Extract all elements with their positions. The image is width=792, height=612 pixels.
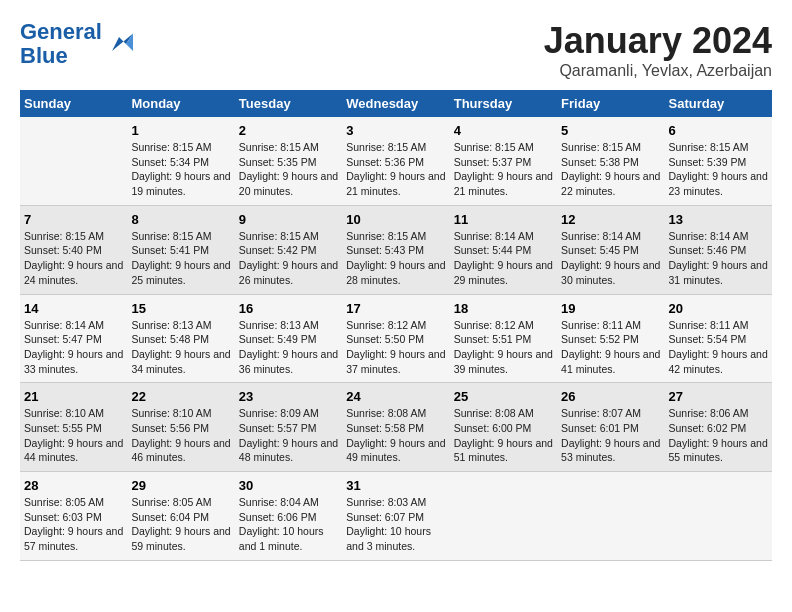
day-info: Sunrise: 8:15 AMSunset: 5:41 PMDaylight:… bbox=[131, 229, 230, 288]
day-info: Sunrise: 8:10 AMSunset: 5:55 PMDaylight:… bbox=[24, 406, 123, 465]
day-info: Sunrise: 8:07 AMSunset: 6:01 PMDaylight:… bbox=[561, 406, 660, 465]
logo-line1: General bbox=[20, 19, 102, 44]
day-number: 16 bbox=[239, 301, 338, 316]
day-info: Sunrise: 8:15 AMSunset: 5:36 PMDaylight:… bbox=[346, 140, 445, 199]
day-info: Sunrise: 8:05 AMSunset: 6:04 PMDaylight:… bbox=[131, 495, 230, 554]
day-info: Sunrise: 8:11 AMSunset: 5:54 PMDaylight:… bbox=[669, 318, 768, 377]
calendar-cell: 7Sunrise: 8:15 AMSunset: 5:40 PMDaylight… bbox=[20, 205, 127, 294]
day-number: 25 bbox=[454, 389, 553, 404]
day-number: 8 bbox=[131, 212, 230, 227]
calendar-cell: 17Sunrise: 8:12 AMSunset: 5:50 PMDayligh… bbox=[342, 294, 449, 383]
calendar-cell: 28Sunrise: 8:05 AMSunset: 6:03 PMDayligh… bbox=[20, 472, 127, 561]
calendar-cell: 10Sunrise: 8:15 AMSunset: 5:43 PMDayligh… bbox=[342, 205, 449, 294]
calendar-cell: 13Sunrise: 8:14 AMSunset: 5:46 PMDayligh… bbox=[665, 205, 772, 294]
calendar-cell: 27Sunrise: 8:06 AMSunset: 6:02 PMDayligh… bbox=[665, 383, 772, 472]
day-number: 10 bbox=[346, 212, 445, 227]
day-info: Sunrise: 8:15 AMSunset: 5:43 PMDaylight:… bbox=[346, 229, 445, 288]
header-day: Thursday bbox=[450, 90, 557, 117]
day-number: 23 bbox=[239, 389, 338, 404]
logo-icon bbox=[105, 30, 133, 58]
calendar-cell: 23Sunrise: 8:09 AMSunset: 5:57 PMDayligh… bbox=[235, 383, 342, 472]
day-info: Sunrise: 8:15 AMSunset: 5:34 PMDaylight:… bbox=[131, 140, 230, 199]
calendar-cell: 11Sunrise: 8:14 AMSunset: 5:44 PMDayligh… bbox=[450, 205, 557, 294]
day-number: 15 bbox=[131, 301, 230, 316]
header-day: Tuesday bbox=[235, 90, 342, 117]
calendar-cell bbox=[557, 472, 664, 561]
calendar-cell: 20Sunrise: 8:11 AMSunset: 5:54 PMDayligh… bbox=[665, 294, 772, 383]
day-info: Sunrise: 8:10 AMSunset: 5:56 PMDaylight:… bbox=[131, 406, 230, 465]
day-info: Sunrise: 8:12 AMSunset: 5:50 PMDaylight:… bbox=[346, 318, 445, 377]
day-info: Sunrise: 8:09 AMSunset: 5:57 PMDaylight:… bbox=[239, 406, 338, 465]
main-title: January 2024 bbox=[544, 20, 772, 62]
day-number: 22 bbox=[131, 389, 230, 404]
day-info: Sunrise: 8:06 AMSunset: 6:02 PMDaylight:… bbox=[669, 406, 768, 465]
calendar-cell: 31Sunrise: 8:03 AMSunset: 6:07 PMDayligh… bbox=[342, 472, 449, 561]
day-number: 11 bbox=[454, 212, 553, 227]
day-number: 2 bbox=[239, 123, 338, 138]
calendar-cell: 21Sunrise: 8:10 AMSunset: 5:55 PMDayligh… bbox=[20, 383, 127, 472]
calendar-cell: 30Sunrise: 8:04 AMSunset: 6:06 PMDayligh… bbox=[235, 472, 342, 561]
day-number: 27 bbox=[669, 389, 768, 404]
day-number: 4 bbox=[454, 123, 553, 138]
calendar-cell: 16Sunrise: 8:13 AMSunset: 5:49 PMDayligh… bbox=[235, 294, 342, 383]
day-number: 24 bbox=[346, 389, 445, 404]
day-info: Sunrise: 8:15 AMSunset: 5:42 PMDaylight:… bbox=[239, 229, 338, 288]
calendar-cell: 14Sunrise: 8:14 AMSunset: 5:47 PMDayligh… bbox=[20, 294, 127, 383]
day-info: Sunrise: 8:15 AMSunset: 5:37 PMDaylight:… bbox=[454, 140, 553, 199]
calendar-table: SundayMondayTuesdayWednesdayThursdayFrid… bbox=[20, 90, 772, 561]
day-info: Sunrise: 8:15 AMSunset: 5:40 PMDaylight:… bbox=[24, 229, 123, 288]
day-number: 3 bbox=[346, 123, 445, 138]
day-info: Sunrise: 8:15 AMSunset: 5:38 PMDaylight:… bbox=[561, 140, 660, 199]
calendar-cell: 1Sunrise: 8:15 AMSunset: 5:34 PMDaylight… bbox=[127, 117, 234, 205]
day-info: Sunrise: 8:04 AMSunset: 6:06 PMDaylight:… bbox=[239, 495, 338, 554]
header-row: SundayMondayTuesdayWednesdayThursdayFrid… bbox=[20, 90, 772, 117]
header-day: Sunday bbox=[20, 90, 127, 117]
day-number: 28 bbox=[24, 478, 123, 493]
calendar-cell bbox=[665, 472, 772, 561]
calendar-cell bbox=[20, 117, 127, 205]
calendar-cell: 12Sunrise: 8:14 AMSunset: 5:45 PMDayligh… bbox=[557, 205, 664, 294]
day-number: 6 bbox=[669, 123, 768, 138]
calendar-cell: 9Sunrise: 8:15 AMSunset: 5:42 PMDaylight… bbox=[235, 205, 342, 294]
day-number: 21 bbox=[24, 389, 123, 404]
week-row: 14Sunrise: 8:14 AMSunset: 5:47 PMDayligh… bbox=[20, 294, 772, 383]
day-number: 18 bbox=[454, 301, 553, 316]
logo-line2: Blue bbox=[20, 43, 68, 68]
calendar-cell: 3Sunrise: 8:15 AMSunset: 5:36 PMDaylight… bbox=[342, 117, 449, 205]
header-day: Friday bbox=[557, 90, 664, 117]
header: General Blue January 2024 Qaramanli, Yev… bbox=[20, 20, 772, 80]
day-number: 17 bbox=[346, 301, 445, 316]
day-number: 5 bbox=[561, 123, 660, 138]
day-info: Sunrise: 8:15 AMSunset: 5:39 PMDaylight:… bbox=[669, 140, 768, 199]
day-number: 7 bbox=[24, 212, 123, 227]
day-info: Sunrise: 8:05 AMSunset: 6:03 PMDaylight:… bbox=[24, 495, 123, 554]
day-number: 12 bbox=[561, 212, 660, 227]
day-number: 29 bbox=[131, 478, 230, 493]
day-number: 19 bbox=[561, 301, 660, 316]
title-block: January 2024 Qaramanli, Yevlax, Azerbaij… bbox=[544, 20, 772, 80]
day-info: Sunrise: 8:14 AMSunset: 5:47 PMDaylight:… bbox=[24, 318, 123, 377]
subtitle: Qaramanli, Yevlax, Azerbaijan bbox=[544, 62, 772, 80]
calendar-cell bbox=[450, 472, 557, 561]
day-number: 20 bbox=[669, 301, 768, 316]
calendar-cell: 29Sunrise: 8:05 AMSunset: 6:04 PMDayligh… bbox=[127, 472, 234, 561]
week-row: 7Sunrise: 8:15 AMSunset: 5:40 PMDaylight… bbox=[20, 205, 772, 294]
week-row: 1Sunrise: 8:15 AMSunset: 5:34 PMDaylight… bbox=[20, 117, 772, 205]
day-number: 1 bbox=[131, 123, 230, 138]
header-day: Monday bbox=[127, 90, 234, 117]
calendar-cell: 18Sunrise: 8:12 AMSunset: 5:51 PMDayligh… bbox=[450, 294, 557, 383]
logo-text: General Blue bbox=[20, 20, 102, 68]
calendar-cell: 19Sunrise: 8:11 AMSunset: 5:52 PMDayligh… bbox=[557, 294, 664, 383]
week-row: 21Sunrise: 8:10 AMSunset: 5:55 PMDayligh… bbox=[20, 383, 772, 472]
logo: General Blue bbox=[20, 20, 133, 68]
day-info: Sunrise: 8:12 AMSunset: 5:51 PMDaylight:… bbox=[454, 318, 553, 377]
day-number: 9 bbox=[239, 212, 338, 227]
day-info: Sunrise: 8:14 AMSunset: 5:46 PMDaylight:… bbox=[669, 229, 768, 288]
calendar-cell: 4Sunrise: 8:15 AMSunset: 5:37 PMDaylight… bbox=[450, 117, 557, 205]
calendar-cell: 26Sunrise: 8:07 AMSunset: 6:01 PMDayligh… bbox=[557, 383, 664, 472]
day-number: 31 bbox=[346, 478, 445, 493]
day-info: Sunrise: 8:08 AMSunset: 5:58 PMDaylight:… bbox=[346, 406, 445, 465]
calendar-cell: 15Sunrise: 8:13 AMSunset: 5:48 PMDayligh… bbox=[127, 294, 234, 383]
day-info: Sunrise: 8:14 AMSunset: 5:44 PMDaylight:… bbox=[454, 229, 553, 288]
calendar-cell: 2Sunrise: 8:15 AMSunset: 5:35 PMDaylight… bbox=[235, 117, 342, 205]
